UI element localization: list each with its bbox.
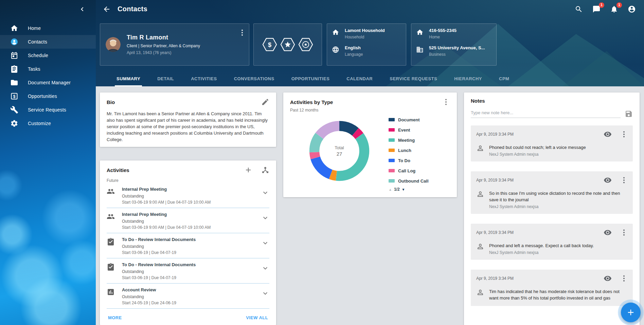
contact-role: Client | Senior Partner, Allen & Company <box>127 44 200 48</box>
note-entry: Apr 9, 2019 3:34 PM Phoned but could not… <box>471 125 633 161</box>
activity-row[interactable]: Internal Prep Meeting Outstanding Start … <box>107 208 269 233</box>
messages-button[interactable]: 1 <box>592 5 601 14</box>
legend-item-meeting[interactable]: Meeting <box>389 135 450 145</box>
page-header: Contacts 1 1 <box>96 0 644 86</box>
new-note-input[interactable] <box>471 108 621 118</box>
legend-item-event[interactable]: Event <box>389 125 450 135</box>
phone-label: Home <box>429 35 457 39</box>
language-row[interactable]: English Language <box>332 45 401 57</box>
calendar-icon <box>10 51 18 59</box>
activity-title: To Do - Review Internal Documents <box>122 237 261 242</box>
phone-address-card: 416-555-2345 Home 525 University Avenue,… <box>411 23 497 66</box>
account-button[interactable] <box>628 5 637 14</box>
legend-item-to-do[interactable]: To Do <box>389 155 450 166</box>
save-note-icon[interactable] <box>625 110 633 118</box>
tab-detail[interactable]: DETAIL <box>149 71 182 86</box>
meeting-people-icon <box>107 212 115 221</box>
star-hexagon-badge[interactable] <box>280 37 296 52</box>
legend-page-up-icon[interactable]: ▲ <box>389 188 392 191</box>
legend-label: Event <box>398 127 410 133</box>
legend-item-outbound-call[interactable]: Outbound Call <box>389 176 450 186</box>
phone-number: 416-555-2345 <box>429 28 457 33</box>
sidebar-item-customize[interactable]: Customize <box>0 117 96 130</box>
chart-menu-button[interactable] <box>442 98 450 106</box>
add-fab-button[interactable] <box>621 303 641 322</box>
sidebar-item-document-manager[interactable]: Document Manager <box>0 76 96 89</box>
language-label: Language <box>345 52 363 57</box>
legend-item-call-log[interactable]: Call Log <box>389 166 450 176</box>
legend-label: Outbound Call <box>398 178 429 184</box>
legend-swatch <box>389 128 395 132</box>
more-button[interactable]: MORE <box>108 315 122 320</box>
sidebar-item-label: Customize <box>28 121 51 126</box>
activity-title: Internal Prep Meeting <box>122 212 261 217</box>
note-timestamp: Apr 9, 2019 3:34 PM <box>476 230 514 235</box>
activity-row[interactable]: Account Review Outstanding Start 24-05-1… <box>107 284 269 309</box>
tab-summary[interactable]: SUMMARY <box>108 71 149 86</box>
tab-opportunities[interactable]: OPPORTUNITIES <box>283 71 338 86</box>
sidebar-item-opportunities[interactable]: Opportunities <box>0 89 96 103</box>
sidebar-item-contacts[interactable]: Contacts <box>0 35 96 49</box>
chart-title: Activities by Type <box>290 99 333 105</box>
note-menu-button[interactable] <box>620 274 628 283</box>
legend-page-down-icon[interactable]: ▼ <box>402 188 405 191</box>
sidebar-item-schedule[interactable]: Schedule <box>0 49 96 62</box>
sidebar-item-label: Home <box>28 25 41 31</box>
note-timestamp: Apr 9, 2019 3:34 PM <box>476 178 514 183</box>
note-menu-button[interactable] <box>620 228 628 237</box>
tab-hierarchy[interactable]: HIERARCHY <box>446 71 490 86</box>
topbar-actions: 1 1 <box>575 5 637 14</box>
note-menu-button[interactable] <box>620 176 628 184</box>
household-row[interactable]: Lamont Household Household <box>332 28 401 39</box>
bio-edit-button[interactable] <box>261 98 269 106</box>
chevron-down-icon[interactable] <box>261 189 269 197</box>
legend-item-document[interactable]: Document <box>389 115 450 125</box>
note-view-eye-icon[interactable] <box>604 228 612 237</box>
sidebar-item-label: Opportunities <box>28 93 57 99</box>
chevron-down-icon[interactable] <box>261 264 269 272</box>
add-activity-button[interactable] <box>244 166 252 174</box>
back-button[interactable] <box>100 2 113 16</box>
app-root: Home Contacts Schedule Tasks Document Ma… <box>0 0 644 325</box>
note-menu-button[interactable] <box>620 130 628 138</box>
note-view-eye-icon[interactable] <box>604 130 612 138</box>
address-value: 525 University Avenue, S... <box>429 45 485 50</box>
main-content: Bio Mr. Tim Lamont has been a Senior Par… <box>96 86 644 325</box>
tab-cpm[interactable]: CPM <box>490 71 518 86</box>
todo-task-icon <box>107 263 115 271</box>
activity-row[interactable]: Internal Prep Meeting Outstanding Start … <box>107 183 269 208</box>
view-all-button[interactable]: VIEW ALL <box>246 315 268 320</box>
household-label: Household <box>345 35 385 39</box>
tab-conversations[interactable]: CONVERSATIONS <box>226 71 283 86</box>
tab-activities[interactable]: ACTIVITIES <box>182 71 226 86</box>
activity-row[interactable]: To Do - Review Internal Documents Outsta… <box>107 258 269 284</box>
meeting-people-icon <box>107 187 115 195</box>
legend-label: Lunch <box>398 148 411 153</box>
chevron-down-icon[interactable] <box>261 239 269 247</box>
notifications-button[interactable]: 1 <box>610 5 619 14</box>
sidebar-collapse-button[interactable] <box>78 4 88 14</box>
sidebar-item-tasks[interactable]: Tasks <box>0 62 96 76</box>
activity-status: Outstanding <box>122 219 261 224</box>
hierarchy-view-button[interactable] <box>261 166 269 174</box>
sidebar-item-home[interactable]: Home <box>0 21 96 35</box>
note-view-eye-icon[interactable] <box>604 176 612 184</box>
stars-circle-hexagon-badge[interactable] <box>298 37 314 52</box>
note-view-eye-icon[interactable] <box>604 274 612 283</box>
contact-summary-card: Tim R Lamont Client | Senior Partner, Al… <box>100 23 249 66</box>
address-row[interactable]: 525 University Avenue, S... Business <box>416 45 491 57</box>
contact-menu-button[interactable] <box>238 29 246 37</box>
activities-title: Activities <box>107 167 129 173</box>
todo-task-icon <box>107 238 115 246</box>
activity-dates: Start 03-06-19 | Due 04-07-19 <box>122 275 261 280</box>
chevron-down-icon[interactable] <box>261 289 269 297</box>
tab-service-requests[interactable]: SERVICE REQUESTS <box>381 71 446 86</box>
dollar-hexagon-badge[interactable]: $ <box>262 37 278 52</box>
activity-row[interactable]: To Do - Review Internal Documents Outsta… <box>107 233 269 258</box>
sidebar-item-service-requests[interactable]: Service Requests <box>0 103 96 117</box>
legend-item-lunch[interactable]: Lunch <box>389 145 450 155</box>
search-button[interactable] <box>575 5 584 14</box>
phone-row[interactable]: 416-555-2345 Home <box>416 28 491 39</box>
chevron-down-icon[interactable] <box>261 214 269 222</box>
tab-calendar[interactable]: CALENDAR <box>338 71 381 86</box>
